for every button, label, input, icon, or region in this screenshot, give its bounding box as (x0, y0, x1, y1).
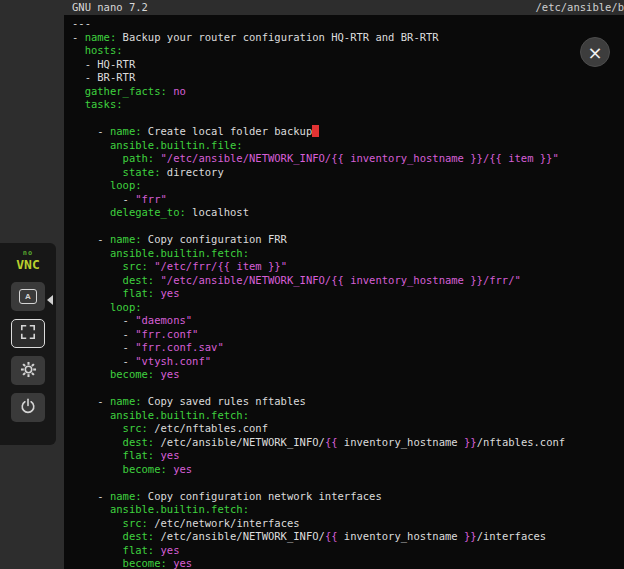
code-line (72, 112, 624, 126)
code-line: path: "/etc/ansible/NETWORK_INFO/{{ inve… (72, 152, 624, 166)
code-token (72, 301, 110, 313)
novnc-logo-main-text: VNC (16, 258, 39, 271)
code-token: yes (167, 463, 192, 475)
gear-icon (20, 361, 37, 381)
code-line: src: /etc/nftables.conf (72, 422, 624, 436)
code-line: loop: (72, 179, 624, 193)
code-token: Copy configuration FRR (142, 233, 287, 245)
code-token: name: (110, 395, 142, 407)
code-line: - name: Copy configuration FRR (72, 233, 624, 247)
code-line: src: "/etc/frr/{{ item }}" (72, 260, 624, 274)
code-line: src: /etc/network/interfaces (72, 517, 624, 531)
code-line: dest: /etc/ansible/NETWORK_INFO/{{ inven… (72, 530, 624, 544)
code-line: - "vtysh.conf" (72, 355, 624, 369)
code-token: yes (167, 557, 192, 569)
extra-keys-button[interactable]: A (11, 282, 45, 311)
code-line: - name: Create local folder backup (72, 125, 624, 139)
code-token: path: (123, 152, 155, 164)
code-token (72, 166, 123, 178)
code-token: - (72, 395, 110, 407)
editor-content[interactable]: ---- name: Backup your router configurat… (64, 15, 624, 569)
code-token: dest: (123, 436, 155, 448)
fullscreen-button[interactable] (11, 319, 45, 348)
code-token: - (72, 31, 85, 43)
code-line: dest: "/etc/ansible/NETWORK_INFO/{{ inve… (72, 274, 624, 288)
code-token: Copy saved rules nftables (142, 395, 306, 407)
vnc-toolbar: no VNC A (0, 243, 56, 445)
code-token: name: (110, 490, 142, 502)
code-token: Create local folder backup (142, 125, 313, 137)
code-token (72, 152, 123, 164)
code-token: --- (72, 17, 91, 29)
code-token: "frr.conf" (135, 328, 198, 340)
code-token: src: (123, 260, 148, 272)
code-line: state: directory (72, 166, 624, 180)
code-token: state: (123, 166, 161, 178)
code-line: loop: (72, 301, 624, 315)
code-token: ansible.builtin.fetch: (110, 503, 249, 515)
code-token: inventory_hostname (338, 436, 464, 448)
code-token: name: (110, 233, 142, 245)
code-token: - (72, 233, 110, 245)
code-line: - name: Copy saved rules nftables (72, 395, 624, 409)
code-token (72, 436, 123, 448)
code-token: yes (154, 449, 179, 461)
code-line: - name: Backup your router configuration… (72, 31, 624, 45)
code-token: - (72, 355, 135, 367)
code-token: flat: (123, 449, 155, 461)
code-token: yes (154, 287, 179, 299)
code-token (72, 517, 123, 529)
nano-app-title: GNU nano 7.2 (72, 0, 148, 15)
code-token: name: (85, 31, 117, 43)
code-token (72, 449, 123, 461)
code-line (72, 476, 624, 490)
code-token: inventory_hostname (338, 530, 464, 542)
code-token: Backup your router configuration HQ-RTR … (116, 31, 438, 43)
settings-button[interactable] (11, 356, 45, 385)
code-line: - "frr.conf" (72, 328, 624, 342)
code-line: ansible.builtin.fetch: (72, 247, 624, 261)
code-token: - (72, 490, 110, 502)
code-token (72, 422, 123, 434)
code-token: {{ (325, 436, 338, 448)
code-line: gather_facts: no (72, 85, 624, 99)
code-token (72, 247, 110, 259)
code-token: "/etc/ansible/NETWORK_INFO/{{ inventory_… (154, 274, 521, 286)
code-line: ansible.builtin.fetch: (72, 503, 624, 517)
power-button[interactable] (11, 393, 45, 422)
novnc-logo-small-text: no (16, 250, 39, 257)
code-token (72, 85, 85, 97)
code-token: no (167, 85, 186, 97)
collapse-left-arrow-icon (47, 295, 53, 305)
code-token: hosts: (85, 44, 123, 56)
code-token: /etc/nftables.conf (148, 422, 268, 434)
code-line: hosts: (72, 44, 624, 58)
code-token (72, 206, 110, 218)
code-token: Copy configuration network interfaces (142, 490, 382, 502)
code-line: delegate_to: localhost (72, 206, 624, 220)
code-line: become: yes (72, 463, 624, 477)
code-token: flat: (123, 287, 155, 299)
fullscreen-icon (20, 324, 36, 343)
code-token: }} (464, 530, 477, 542)
close-button[interactable]: × (580, 37, 610, 67)
code-line: become: yes (72, 368, 624, 382)
code-token: "daemons" (135, 314, 192, 326)
code-line (72, 382, 624, 396)
code-token: "/etc/ansible/NETWORK_INFO/{{ inventory_… (154, 152, 559, 164)
toolbar-collapse-handle[interactable] (42, 287, 57, 312)
code-line: - HQ-RTR (72, 58, 624, 72)
code-token: loop: (110, 179, 142, 191)
code-token: become: (110, 368, 154, 380)
code-token: "/etc/frr/{{ item }}" (148, 260, 287, 272)
code-token: yes (154, 544, 179, 556)
code-token: - BR-RTR (72, 71, 135, 83)
code-token: }} (464, 436, 477, 448)
code-token: - (72, 193, 135, 205)
code-token: src: (123, 422, 148, 434)
code-line: become: yes (72, 557, 624, 569)
code-line: flat: yes (72, 287, 624, 301)
code-token: "frr.conf.sav" (135, 341, 224, 353)
code-line: flat: yes (72, 449, 624, 463)
code-token (72, 557, 123, 569)
